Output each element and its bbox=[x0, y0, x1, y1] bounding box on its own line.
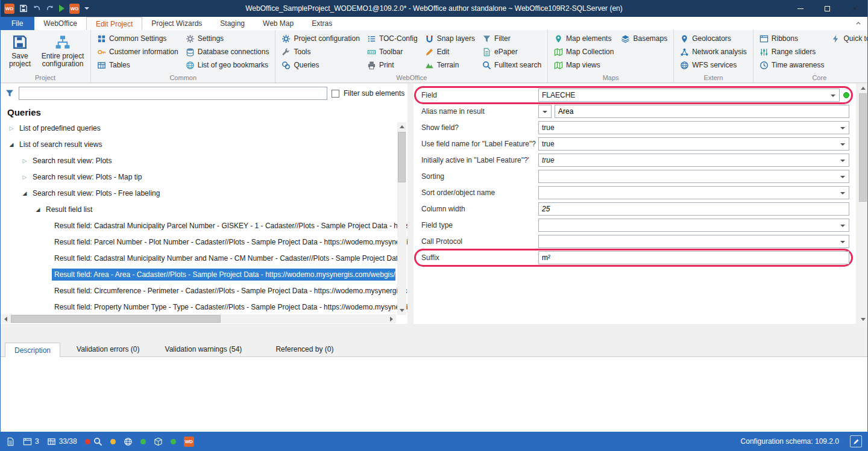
tab-staging[interactable]: Staging bbox=[211, 17, 254, 30]
tables-button[interactable]: Tables bbox=[94, 58, 181, 72]
tab-referenced-by[interactable]: Referenced by (0) bbox=[266, 342, 342, 356]
scrollbar-thumb[interactable] bbox=[859, 93, 867, 202]
suffix-input[interactable] bbox=[538, 251, 849, 264]
tree-row[interactable]: ◢List of search result views bbox=[0, 136, 407, 152]
expander-collapsed-icon[interactable]: ▷ bbox=[6, 125, 17, 131]
call-protocol-combobox[interactable] bbox=[538, 235, 849, 248]
tree-row[interactable]: Result field: Cadastral Municipality Num… bbox=[0, 250, 407, 266]
tab-project-wizards[interactable]: Project Wizards bbox=[142, 17, 211, 30]
field-combobox[interactable]: FLAECHE bbox=[538, 89, 840, 102]
scroll-up-button[interactable] bbox=[858, 84, 867, 93]
tree-row[interactable]: Result field: Property Number Type - Typ… bbox=[0, 299, 407, 315]
app-logo-icon[interactable]: WD bbox=[4, 4, 14, 14]
quick-tools-button[interactable]: Quick tools bbox=[828, 32, 868, 45]
map-collection-button[interactable]: Map Collection bbox=[551, 45, 617, 58]
terrain-button[interactable]: Terrain bbox=[422, 58, 478, 72]
ribbons-button[interactable]: Ribbons bbox=[756, 32, 828, 45]
minimize-button[interactable] bbox=[787, 0, 814, 17]
filter-sub-elements-checkbox[interactable] bbox=[332, 90, 339, 98]
toc-config-button[interactable]: TOC-Config bbox=[364, 32, 421, 45]
tab-web-map[interactable]: Web Map bbox=[254, 17, 303, 30]
alias-dropdown-button[interactable] bbox=[538, 105, 552, 118]
tab-validation-errors[interactable]: Validation errors (0) bbox=[68, 342, 148, 356]
show-field-combobox[interactable]: true bbox=[538, 121, 849, 134]
tab-validation-warnings[interactable]: Validation warnings (54) bbox=[156, 342, 251, 356]
tab-weboffice[interactable]: WebOffice bbox=[34, 17, 86, 30]
status-package-icon[interactable] bbox=[154, 437, 163, 446]
queries-button[interactable]: Queries bbox=[278, 58, 362, 72]
scroll-down-button[interactable] bbox=[858, 315, 867, 324]
tree-row[interactable]: ▷Search result view: Plots - Map tip bbox=[0, 169, 407, 185]
expander-expanded-icon[interactable]: ◢ bbox=[19, 190, 30, 196]
column-width-input[interactable] bbox=[538, 202, 849, 216]
filter-button[interactable]: Filter bbox=[479, 32, 544, 45]
qat-dropdown-icon[interactable] bbox=[84, 7, 89, 10]
tree-vertical-scrollbar[interactable] bbox=[397, 122, 406, 315]
snap-layers-button[interactable]: Snap layers bbox=[422, 32, 478, 45]
maximize-button[interactable] bbox=[814, 0, 841, 17]
fulltext-search-button[interactable]: Fulltext search bbox=[479, 58, 544, 72]
epaper-button[interactable]: ePaper bbox=[479, 45, 544, 58]
expander-expanded-icon[interactable]: ◢ bbox=[6, 142, 17, 148]
field-type-combobox[interactable] bbox=[538, 219, 849, 232]
time-awareness-button[interactable]: Time awareness bbox=[756, 58, 828, 72]
network-analysis-button[interactable]: Network analysis bbox=[677, 45, 750, 58]
toolbar-button[interactable]: Toolbar bbox=[364, 45, 421, 58]
status-document-icon[interactable] bbox=[6, 437, 15, 446]
scroll-left-button[interactable] bbox=[1, 314, 10, 323]
status-wd-logo-icon[interactable]: WD bbox=[184, 437, 194, 447]
tools-button[interactable]: Tools bbox=[278, 45, 362, 58]
status-window-icon[interactable] bbox=[23, 437, 32, 446]
tree-horizontal-scrollbar[interactable] bbox=[1, 314, 396, 323]
tree-row[interactable]: ◢Search result view: Plots - Free labeli… bbox=[0, 185, 407, 201]
settings-button[interactable]: Settings bbox=[183, 32, 272, 45]
expander-collapsed-icon[interactable]: ▷ bbox=[19, 174, 30, 180]
customer-information-button[interactable]: Customer information bbox=[94, 45, 181, 58]
tree-row-selected[interactable]: Result field: Area - Area - Cadaster//Pl… bbox=[0, 266, 407, 282]
geolocators-button[interactable]: Geolocators bbox=[677, 32, 750, 45]
undo-icon[interactable] bbox=[33, 4, 41, 13]
save-project-button[interactable]: Save project bbox=[3, 32, 37, 73]
redo-icon[interactable] bbox=[46, 4, 54, 13]
tab-edit-project[interactable]: Edit Project bbox=[86, 17, 142, 30]
status-search-icon[interactable] bbox=[93, 437, 102, 446]
filter-input[interactable] bbox=[19, 87, 327, 100]
map-elements-button[interactable]: Map elements bbox=[551, 32, 617, 45]
scroll-down-button[interactable] bbox=[397, 306, 406, 315]
initially-active-combobox[interactable]: true bbox=[538, 154, 849, 167]
sort-order-combobox[interactable] bbox=[538, 186, 849, 199]
range-sliders-button[interactable]: Range sliders bbox=[756, 45, 828, 58]
status-globe-icon[interactable] bbox=[124, 437, 133, 446]
expander-collapsed-icon[interactable]: ▷ bbox=[19, 158, 30, 164]
status-table-icon[interactable] bbox=[47, 437, 56, 446]
edit-button[interactable]: Edit bbox=[422, 45, 478, 58]
close-button[interactable] bbox=[841, 0, 868, 17]
wd-tool-icon[interactable]: WD bbox=[69, 4, 80, 14]
geo-bookmarks-button[interactable]: List of geo bookmarks bbox=[183, 58, 272, 72]
tree-row[interactable]: Result field: Parcel Number - Plot Numbe… bbox=[0, 234, 407, 250]
wfs-services-button[interactable]: WFS services bbox=[677, 58, 750, 72]
scroll-up-button[interactable] bbox=[397, 122, 406, 131]
use-field-name-combobox[interactable]: true bbox=[538, 137, 849, 151]
map-views-button[interactable]: Map views bbox=[551, 58, 617, 72]
tab-extras[interactable]: Extras bbox=[303, 17, 341, 30]
tab-file[interactable]: File bbox=[0, 17, 34, 30]
basemaps-button[interactable]: Basemaps bbox=[618, 32, 670, 45]
expander-expanded-icon[interactable]: ◢ bbox=[33, 207, 43, 213]
edit-schema-button[interactable] bbox=[850, 435, 862, 447]
property-vertical-scrollbar[interactable] bbox=[858, 84, 867, 324]
tree-row[interactable]: Result field: Cadastral Municipality Par… bbox=[0, 217, 407, 234]
tab-description[interactable]: Description bbox=[5, 343, 60, 357]
sorting-combobox[interactable] bbox=[538, 170, 849, 183]
tree-row[interactable]: ◢Result field list bbox=[0, 201, 407, 217]
scrollbar-thumb[interactable] bbox=[398, 132, 406, 182]
project-configuration-button[interactable]: Project configuration bbox=[278, 32, 362, 45]
print-button[interactable]: Print bbox=[364, 58, 421, 72]
alias-input[interactable] bbox=[555, 105, 849, 118]
common-settings-button[interactable]: Common Settings bbox=[94, 32, 181, 45]
scroll-right-button[interactable] bbox=[387, 314, 396, 323]
tree-row[interactable]: Result field: Circumference - Perimeter … bbox=[0, 282, 407, 299]
tree-row[interactable]: ▷Search result view: Plots bbox=[0, 152, 407, 169]
entire-project-configuration-button[interactable]: Entire project configuration bbox=[38, 32, 87, 73]
tree-row[interactable]: ▷List of predefined queries bbox=[0, 120, 407, 136]
